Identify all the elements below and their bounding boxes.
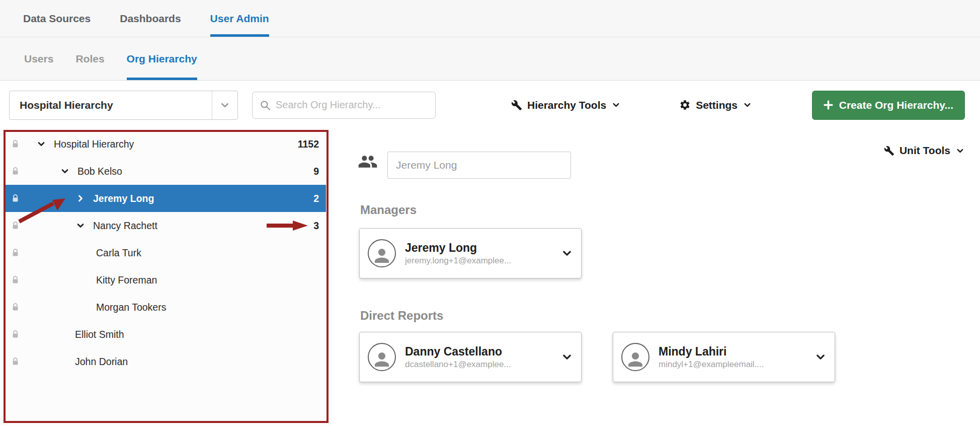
unit-name-input[interactable]: [387, 152, 571, 179]
chevron-down-icon: [612, 101, 620, 109]
tree-row-selected[interactable]: Jeremy Long 2: [5, 185, 326, 212]
chevron-down-icon[interactable]: [36, 140, 47, 148]
tab-org-hierarchy[interactable]: Org Hierarchy: [127, 37, 197, 80]
chevron-down-icon: [956, 147, 964, 155]
tab-roles[interactable]: Roles: [75, 37, 104, 80]
tree-row[interactable]: Elliot Smith: [5, 321, 326, 348]
chevron-down-icon[interactable]: [815, 352, 826, 362]
person-name: Mindy Lahiri: [659, 344, 811, 360]
unit-detail-pane: Unit Tools Managers Jeremy Long jeremy.l…: [332, 129, 980, 426]
content: Hospital Hierarchy 1152 Bob Kelso 9 Jere…: [0, 129, 980, 426]
direct-report-card[interactable]: Danny Castellano dcastellano+1@examplee.…: [359, 332, 582, 382]
chevron-right-icon[interactable]: [75, 194, 86, 202]
tree-item-label: Carla Turk: [96, 247, 141, 259]
tree-item-label: Kitty Foreman: [96, 274, 157, 286]
hierarchy-select[interactable]: Hospital Hierarchy: [9, 91, 238, 120]
unit-tools-menu[interactable]: Unit Tools: [884, 145, 964, 157]
tree-item-count: 1152: [298, 138, 326, 150]
toolbar: Hospital Hierarchy Hierarchy Tools Setti…: [0, 81, 980, 129]
direct-report-card[interactable]: Mindy Lahiri mindyl+1@exampleemail....: [613, 332, 835, 382]
chevron-down-icon[interactable]: [562, 352, 572, 362]
person-name: Jeremy Long: [405, 241, 558, 256]
lock-icon[interactable]: [11, 222, 20, 230]
search-box: [252, 92, 436, 119]
nav-item-user-admin[interactable]: User Admin: [210, 0, 269, 37]
avatar: [368, 239, 396, 267]
tree-row[interactable]: Morgan Tookers: [5, 294, 326, 321]
tree-row[interactable]: Carla Turk: [5, 239, 326, 266]
tree-row[interactable]: John Dorian: [5, 348, 326, 375]
tab-users[interactable]: Users: [24, 37, 53, 80]
tree-item-label: Hospital Hierarchy: [54, 138, 134, 150]
gear-icon: [679, 99, 691, 111]
direct-reports-heading: Direct Reports: [360, 309, 443, 323]
tree-row[interactable]: Kitty Foreman: [5, 266, 326, 294]
chevron-down-icon[interactable]: [75, 222, 86, 230]
tree-item-count: 2: [313, 193, 326, 204]
tree-item-count: 9: [313, 166, 326, 177]
hierarchy-tools-label: Hierarchy Tools: [527, 99, 606, 111]
nav-item-dashboards[interactable]: Dashboards: [120, 0, 181, 37]
plus-icon: [824, 100, 833, 110]
person-email: dcastellano+1@examplee...: [405, 360, 558, 370]
person-email: mindyl+1@exampleemail....: [659, 360, 811, 370]
nav-item-data-sources[interactable]: Data Sources: [23, 0, 91, 37]
lock-icon[interactable]: [11, 249, 20, 257]
settings-menu[interactable]: Settings: [679, 99, 751, 111]
search-icon: [260, 100, 271, 111]
tree-row[interactable]: Hospital Hierarchy 1152: [5, 130, 326, 158]
lock-icon[interactable]: [11, 303, 20, 312]
chevron-down-icon: [744, 101, 751, 109]
manager-card[interactable]: Jeremy Long jeremy.long+1@examplee...: [359, 228, 582, 278]
lock-icon[interactable]: [11, 167, 20, 176]
org-tree-panel: Hospital Hierarchy 1152 Bob Kelso 9 Jere…: [0, 129, 332, 426]
lock-icon[interactable]: [11, 276, 20, 285]
tree-item-label: John Dorian: [75, 356, 128, 368]
avatar: [621, 343, 649, 371]
top-nav: Data Sources Dashboards User Admin: [0, 0, 980, 37]
tree-item-label: Nancy Rachett: [93, 220, 157, 232]
chevron-down-icon[interactable]: [562, 248, 572, 258]
create-org-hierarchy-button[interactable]: Create Org Hierarchy...: [812, 91, 965, 120]
person-email: jeremy.long+1@examplee...: [405, 256, 558, 266]
unit-tools-label: Unit Tools: [900, 145, 950, 157]
tree-item-count: 3: [313, 220, 326, 232]
tree-item-label: Jeremy Long: [93, 193, 154, 204]
hierarchy-select-value: Hospital Hierarchy: [10, 99, 212, 111]
create-org-hierarchy-label: Create Org Hierarchy...: [839, 99, 953, 111]
chevron-down-icon[interactable]: [59, 167, 70, 175]
search-input[interactable]: [276, 99, 428, 111]
hierarchy-tools-menu[interactable]: Hierarchy Tools: [511, 99, 620, 111]
lock-icon[interactable]: [11, 358, 20, 366]
tree-row[interactable]: Nancy Rachett 3: [5, 212, 326, 239]
chevron-down-icon: [212, 101, 237, 110]
tree-row[interactable]: Bob Kelso 9: [5, 158, 326, 185]
tree-item-label: Morgan Tookers: [96, 302, 166, 313]
lock-icon[interactable]: [11, 194, 20, 203]
lock-icon[interactable]: [11, 140, 20, 149]
sub-nav: Users Roles Org Hierarchy: [0, 37, 980, 81]
managers-heading: Managers: [360, 203, 417, 217]
person-name: Danny Castellano: [405, 344, 558, 360]
group-people-icon: [356, 152, 379, 172]
wrench-icon: [511, 100, 522, 111]
settings-label: Settings: [696, 99, 738, 111]
tree-item-label: Bob Kelso: [77, 166, 122, 177]
avatar: [368, 343, 396, 371]
tree-item-label: Elliot Smith: [75, 329, 124, 340]
wrench-icon: [884, 146, 894, 156]
lock-icon[interactable]: [11, 330, 20, 339]
